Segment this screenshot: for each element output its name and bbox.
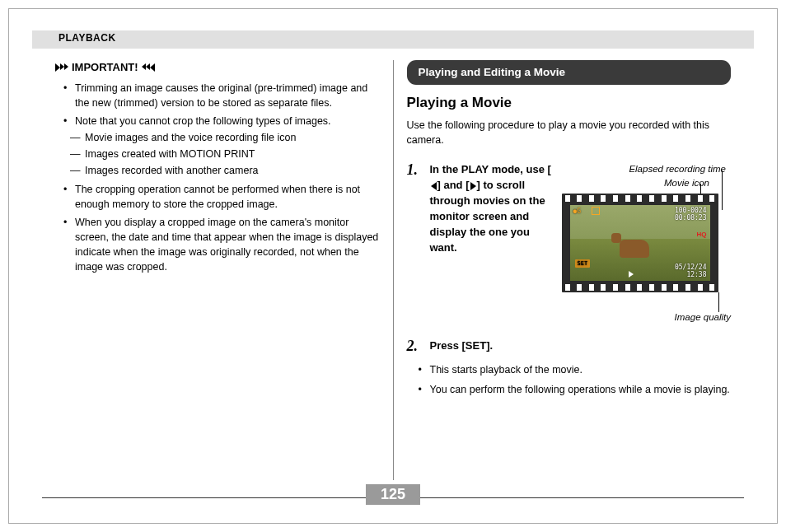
film-strip: ●G 100-0024 00:08:23 HQ 05/12/24	[562, 194, 718, 292]
osd-time: 12:38	[675, 271, 707, 279]
step-number: 2.	[407, 338, 425, 354]
left-arrow-icon	[431, 182, 437, 190]
osd-date: 05/12/24	[675, 264, 707, 272]
step-1-text: In the PLAY mode, use [] and [] to scrol…	[430, 162, 555, 255]
header-bar	[32, 30, 754, 49]
osd-top-right: 100-0024 00:08:23	[675, 207, 707, 222]
movie-icon	[592, 207, 600, 215]
frame-deer	[620, 240, 649, 258]
section-header: PLAYBACK	[58, 32, 116, 44]
dash-list: Movie images and the voice recording fil…	[75, 130, 380, 178]
forward-arrows-icon	[55, 63, 68, 72]
play-icon	[629, 271, 634, 278]
callout-elapsed: Elapsed recording time	[562, 162, 732, 176]
important-label: IMPORTANT!	[72, 60, 138, 76]
right-arrow-icon	[470, 182, 476, 190]
step1-part1: In the PLAY mode, use [	[430, 163, 551, 175]
list-item: This starts playback of the movie.	[430, 362, 732, 377]
osd-set-label: SET	[575, 259, 591, 268]
subheading: Playing a Movie	[407, 93, 732, 114]
list-item: Note that you cannot crop the following …	[75, 114, 380, 179]
osd-bottom-right: 05/12/24 12:38	[675, 264, 707, 279]
figure-wrap: Elapsed recording time Movie icon	[562, 162, 732, 324]
dash-item: Movie images and the voice recording fil…	[85, 130, 380, 145]
figure-callouts: Elapsed recording time Movie icon	[562, 162, 732, 189]
list-item: You can perform the following operations…	[430, 382, 732, 397]
list-item: When you display a cropped image on the …	[75, 215, 380, 275]
page-number: 125	[366, 484, 420, 505]
film-sprockets-top	[565, 195, 715, 202]
callout-image-quality: Image quality	[562, 310, 732, 324]
callout-movie-icon: Movie icon	[562, 176, 732, 190]
important-heading: IMPORTANT!	[55, 60, 380, 76]
list-item-text: Note that you cannot crop the following …	[75, 115, 331, 127]
step1-part2: ] and [	[437, 179, 470, 191]
important-list: Trimming an image causes the original (p…	[55, 81, 380, 275]
list-item: The cropping operation cannot be perform…	[75, 182, 380, 212]
right-column: Playing and Editing a Movie Playing a Mo…	[394, 60, 745, 474]
step-2-sublist: This starts playback of the movie. You c…	[407, 362, 732, 397]
list-item: Trimming an image causes the original (p…	[75, 81, 380, 110]
dash-item: Images created with MOTION PRINT	[85, 147, 380, 161]
osd-rec-icon: ●G	[573, 207, 582, 217]
leader-line	[718, 292, 719, 312]
step-1-block: 1. In the PLAY mode, use [] and [] to sc…	[407, 162, 732, 324]
content-columns: IMPORTANT! Trimming an image causes the …	[42, 60, 744, 474]
osd-quality: HQ	[697, 230, 707, 240]
step-2: 2. Press [SET].	[407, 338, 732, 354]
film-sprockets-bottom	[565, 284, 715, 291]
back-arrows-icon	[142, 63, 155, 72]
left-column: IMPORTANT! Trimming an image causes the …	[42, 60, 393, 474]
step-2-text: Press [SET].	[430, 338, 732, 354]
manual-page: PLAYBACK IMPORTANT! Trimming an image ca…	[8, 8, 778, 524]
section-title-pill: Playing and Editing a Movie	[407, 60, 732, 85]
osd-file: 100-0024	[675, 207, 707, 215]
step-1: 1. In the PLAY mode, use [] and [] to sc…	[407, 162, 555, 255]
osd-elapsed: 00:08:23	[675, 214, 707, 222]
movie-screenshot: ●G 100-0024 00:08:23 HQ 05/12/24	[562, 194, 718, 292]
dash-item: Images recorded with another camera	[85, 163, 380, 178]
intro-text: Use the following procedure to play a mo…	[407, 118, 732, 147]
step-number: 1.	[407, 162, 425, 255]
leader-line	[722, 170, 723, 210]
movie-frame: ●G 100-0024 00:08:23 HQ 05/12/24	[570, 205, 710, 281]
